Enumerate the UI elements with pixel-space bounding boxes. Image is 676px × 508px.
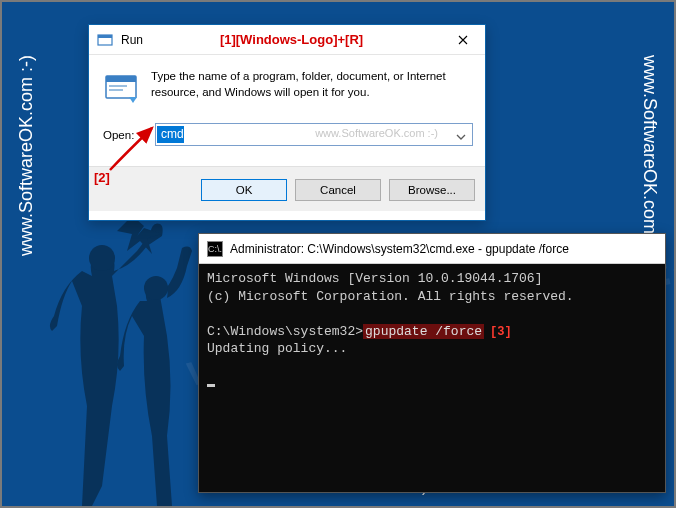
svg-rect-5: [106, 76, 136, 82]
svg-rect-7: [109, 89, 123, 91]
cmd-line-blank: [207, 305, 657, 323]
browse-button[interactable]: Browse...: [389, 179, 475, 201]
run-description: Type the name of a program, folder, docu…: [151, 69, 473, 105]
close-icon: [458, 35, 468, 45]
svg-point-0: [89, 245, 115, 271]
input-watermark: www.SoftwareOK.com :-): [315, 127, 438, 139]
cmd-line-copyright: (c) Microsoft Corporation. All rights re…: [207, 288, 657, 306]
open-label: Open:: [103, 129, 145, 141]
run-titlebar[interactable]: Run [1][Windows-Logo]+[R]: [89, 25, 485, 55]
cancel-button[interactable]: Cancel: [295, 179, 381, 201]
cmd-line-version: Microsoft Windows [Version 10.0.19044.17…: [207, 270, 657, 288]
watermark-right: www.SoftwareOK.com :-): [639, 55, 660, 256]
chevron-down-icon[interactable]: [456, 126, 466, 144]
cmd-line-blank2: [207, 358, 657, 376]
cmd-cursor-line: [207, 375, 657, 393]
cmd-icon: C:\.: [207, 241, 223, 257]
annotation-3: [3]: [490, 325, 512, 339]
ok-button[interactable]: OK: [201, 179, 287, 201]
run-body: Type the name of a program, folder, docu…: [89, 55, 485, 146]
cmd-line-updating: Updating policy...: [207, 340, 657, 358]
run-button-row: OK Cancel Browse...: [89, 166, 485, 211]
cmd-titlebar[interactable]: C:\. Administrator: C:\Windows\system32\…: [199, 234, 665, 264]
open-input-value: cmd: [157, 126, 184, 143]
cursor-icon: [207, 384, 215, 387]
watermark-left: www.SoftwareOK.com :-): [16, 55, 37, 256]
cmd-title: Administrator: C:\Windows\system32\cmd.e…: [230, 242, 569, 256]
annotation-2: [2]: [94, 170, 110, 185]
close-button[interactable]: [440, 25, 485, 54]
annotation-1: [1][Windows-Logo]+[R]: [143, 32, 440, 47]
open-combobox[interactable]: cmd www.SoftwareOK.com :-): [155, 123, 473, 146]
svg-rect-3: [98, 35, 112, 38]
cmd-prompt: C:\Windows\system32>: [207, 324, 363, 339]
run-dialog: Run [1][Windows-Logo]+[R] Type the name …: [88, 24, 486, 221]
svg-point-1: [144, 276, 168, 300]
run-program-icon: [103, 69, 139, 105]
cmd-window: C:\. Administrator: C:\Windows\system32\…: [198, 233, 666, 493]
run-window-icon: [97, 32, 113, 48]
cmd-line-command: C:\Windows\system32>gpupdate /force[3]: [207, 323, 657, 341]
svg-rect-6: [109, 85, 127, 87]
run-title: Run: [121, 33, 143, 47]
cmd-output-area[interactable]: Microsoft Windows [Version 10.0.19044.17…: [199, 264, 665, 492]
cmd-command-text: gpupdate /force: [363, 324, 484, 339]
